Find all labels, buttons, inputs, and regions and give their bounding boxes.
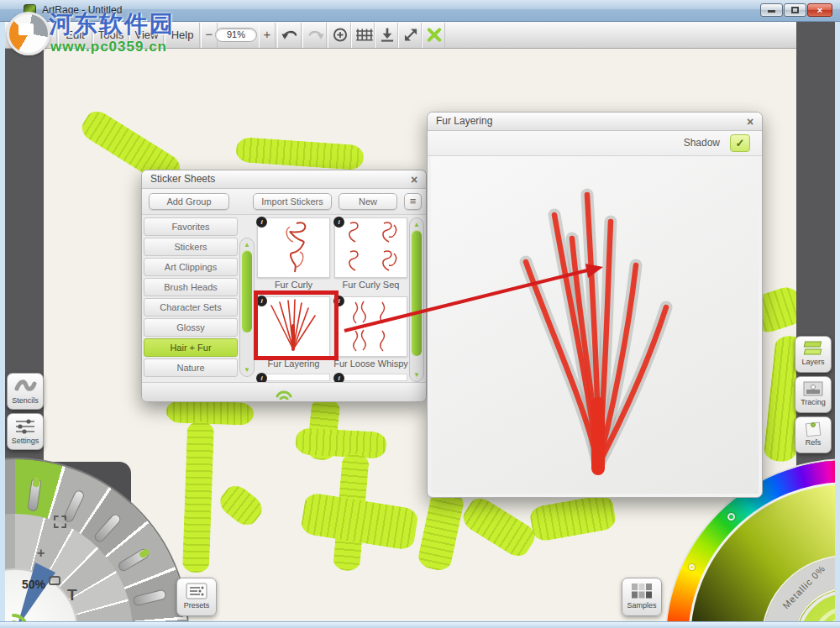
menu-file[interactable]: File bbox=[24, 23, 57, 48]
tracing-icon bbox=[802, 380, 824, 397]
add-group-button[interactable]: Add Group bbox=[149, 193, 229, 210]
settings-button[interactable]: Settings bbox=[7, 413, 44, 450]
title-bar: ArtRage - Untitled × bbox=[0, 0, 840, 22]
paint-stroke bbox=[182, 421, 214, 573]
export-button[interactable] bbox=[375, 23, 398, 48]
hue-marker[interactable] bbox=[727, 513, 735, 521]
samples-button[interactable]: Samples bbox=[622, 578, 662, 616]
selection-tool-icon[interactable] bbox=[54, 515, 66, 528]
fur-layering-preview-art bbox=[431, 156, 759, 494]
category-brush-heads[interactable]: Brush Heads bbox=[144, 278, 238, 296]
maximize-icon bbox=[791, 7, 799, 13]
sticker-label: Fur Curly bbox=[254, 280, 333, 290]
sticker-thumb-partial[interactable]: i bbox=[257, 374, 330, 381]
paint-stroke bbox=[295, 427, 387, 459]
sticker-scrollbar-thumb[interactable] bbox=[412, 230, 422, 356]
category-nature[interactable]: Nature bbox=[144, 358, 238, 377]
preview-panel-close-button[interactable]: × bbox=[743, 114, 757, 129]
download-icon bbox=[375, 23, 399, 44]
stencils-button[interactable]: Stencils bbox=[7, 373, 44, 410]
undo-button[interactable] bbox=[277, 23, 302, 48]
sticker-thumb-fur-loose-whispy[interactable]: i bbox=[334, 296, 407, 357]
refs-button[interactable]: Refs bbox=[795, 416, 832, 453]
close-icon: × bbox=[817, 5, 822, 15]
scroll-up-icon[interactable]: ▲ bbox=[240, 241, 254, 249]
resize-handle-icon[interactable] bbox=[271, 386, 297, 400]
undo-icon bbox=[278, 23, 302, 44]
close-window-button[interactable]: × bbox=[807, 3, 832, 17]
category-stickers[interactable]: Stickers bbox=[144, 238, 238, 256]
sticker-label: Fur Loose Whispy bbox=[331, 358, 411, 369]
reset-rotation-button[interactable] bbox=[328, 23, 351, 48]
text-tool-icon[interactable]: T bbox=[67, 586, 77, 604]
layers-label: Layers bbox=[795, 358, 831, 368]
settings-icon bbox=[13, 417, 37, 436]
redo-button[interactable] bbox=[302, 23, 327, 48]
stencils-label: Stencils bbox=[8, 396, 43, 406]
menu-tools[interactable]: Tools bbox=[93, 23, 129, 48]
sticker-label: Fur Curly Seq bbox=[331, 280, 411, 290]
window-title: ArtRage - Untitled bbox=[42, 4, 122, 16]
hue-marker[interactable] bbox=[689, 564, 695, 570]
layers-icon bbox=[801, 340, 825, 357]
category-character-sets[interactable]: Character Sets bbox=[144, 298, 238, 317]
samples-label: Samples bbox=[622, 601, 661, 611]
window-frame-bottom bbox=[0, 621, 840, 628]
close-toolbar-button[interactable] bbox=[422, 23, 445, 48]
import-stickers-button[interactable]: Import Stickers bbox=[253, 193, 332, 210]
sticker-thumb-fur-curly-seq[interactable]: i bbox=[334, 217, 407, 278]
menu-edit[interactable]: Edit bbox=[58, 23, 92, 48]
fur-curly-seq-art bbox=[335, 218, 407, 277]
paint-stroke bbox=[166, 400, 255, 426]
maximize-button[interactable] bbox=[784, 3, 806, 17]
transform-tool-icon[interactable]: + bbox=[37, 546, 45, 561]
category-scrollbar-thumb[interactable] bbox=[242, 250, 252, 332]
refs-label: Refs bbox=[795, 438, 831, 448]
zoom-in-button[interactable]: + bbox=[259, 23, 276, 48]
sticker-scrollbar[interactable]: ▲ ▼ bbox=[409, 217, 424, 382]
zoom-level-field[interactable]: 91% bbox=[215, 28, 257, 42]
panel-menu-button[interactable]: ≡ bbox=[404, 193, 422, 210]
fur-loose-whispy-art bbox=[335, 297, 407, 356]
fullscreen-button[interactable] bbox=[398, 23, 422, 48]
green-x-icon bbox=[423, 23, 446, 44]
preview-panel-title: Fur Layering bbox=[428, 113, 762, 131]
presets-button[interactable]: Presets bbox=[176, 578, 217, 616]
grid-button[interactable] bbox=[351, 23, 375, 48]
category-scrollbar[interactable]: ▲ ▼ bbox=[239, 238, 255, 377]
window-frame-left bbox=[0, 22, 5, 628]
app-icon bbox=[24, 4, 36, 17]
samples-icon bbox=[630, 582, 654, 600]
brush-tip bbox=[32, 477, 40, 488]
menu-help[interactable]: Help bbox=[165, 23, 200, 48]
category-hair-fur[interactable]: Hair + Fur bbox=[144, 338, 238, 357]
scroll-down-icon[interactable]: ▼ bbox=[240, 366, 254, 374]
info-badge[interactable]: i bbox=[333, 217, 344, 228]
category-favorites[interactable]: Favorites bbox=[144, 217, 238, 236]
sticker-panel-close-button[interactable]: × bbox=[407, 172, 421, 187]
sticker-thumb-partial[interactable]: i bbox=[334, 374, 407, 381]
sticker-panel-title: Sticker Sheets bbox=[142, 170, 426, 189]
window-frame-right bbox=[835, 22, 840, 628]
sticker-thumb-fur-curly[interactable]: i bbox=[257, 217, 330, 278]
menu-view[interactable]: View bbox=[129, 23, 164, 48]
fur-layering-panel: Fur Layering × Shadow ✓ bbox=[427, 112, 763, 498]
info-badge[interactable]: i bbox=[256, 217, 267, 228]
category-art-clippings[interactable]: Art Clippings bbox=[144, 258, 238, 276]
annotation-selection-box bbox=[254, 290, 339, 360]
refs-icon bbox=[802, 421, 824, 437]
fur-curly-art bbox=[258, 218, 329, 277]
settings-label: Settings bbox=[8, 437, 43, 447]
scroll-up-icon[interactable]: ▲ bbox=[410, 221, 423, 228]
layers-button[interactable]: Layers bbox=[795, 336, 832, 373]
reset-rotation-icon bbox=[328, 23, 352, 44]
minimize-button[interactable] bbox=[760, 3, 783, 17]
scroll-down-icon[interactable]: ▼ bbox=[410, 371, 423, 379]
category-glossy[interactable]: Glossy bbox=[144, 318, 238, 337]
shadow-checkbox[interactable]: ✓ bbox=[730, 134, 750, 152]
tool-size-value: 50% bbox=[22, 578, 59, 591]
minimize-icon bbox=[768, 10, 775, 13]
new-button[interactable]: New bbox=[339, 193, 397, 210]
tracing-button[interactable]: Tracing bbox=[795, 376, 832, 413]
preview-options-bar: Shadow ✓ bbox=[428, 131, 762, 156]
